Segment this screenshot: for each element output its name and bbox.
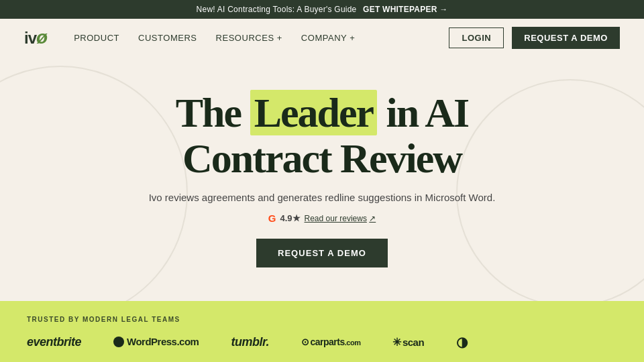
rating-score: 4.9★ — [280, 213, 300, 223]
trusted-bar: TRUSTED BY MODERN LEGAL TEAMS eventbrite… — [0, 301, 644, 362]
nav-customers[interactable]: CUSTOMERS — [138, 33, 197, 43]
g2-icon: G — [268, 213, 276, 224]
announcement-cta[interactable]: GET WHITEPAPER → — [363, 5, 447, 14]
hero-title: The Leader in AIContract Review — [176, 90, 468, 181]
read-reviews-arrow: ↗ — [369, 214, 376, 223]
hero-subtitle: Ivo reviews agreements and generates red… — [149, 192, 496, 203]
request-demo-hero-button[interactable]: REQUEST A DEMO — [256, 239, 388, 267]
brand-tumblr: tumblr. — [231, 335, 269, 349]
navbar: ivø PRODUCT CUSTOMERS RESOURCES + COMPAN… — [0, 19, 644, 56]
scan-star-icon: ✳ — [392, 336, 401, 349]
wordpress-icon — [113, 337, 124, 347]
hero-title-before: The — [176, 90, 250, 135]
read-reviews-text: Read our reviews — [305, 214, 367, 223]
nav-links: PRODUCT CUSTOMERS RESOURCES + COMPANY + — [74, 33, 449, 43]
brand-carparts: ⊙carparts.com — [301, 337, 360, 347]
trusted-label: TRUSTED BY MODERN LEGAL TEAMS — [27, 316, 617, 323]
request-demo-nav-button[interactable]: REQUEST A DEMO — [512, 27, 620, 49]
announcement-bar: New! AI Contracting Tools: A Buyer's Gui… — [0, 0, 644, 19]
carparts-icon: ⊙ — [301, 337, 309, 347]
login-button[interactable]: LOGIN — [449, 27, 504, 48]
nav-company[interactable]: COMPANY + — [301, 33, 355, 43]
logo[interactable]: ivø — [24, 27, 47, 48]
brand-wordpress: WordPress.com — [113, 336, 199, 348]
hero-title-highlight: Leader — [250, 90, 377, 135]
nav-product[interactable]: PRODUCT — [74, 33, 119, 43]
hero-section: The Leader in AIContract Review Ivo revi… — [0, 56, 644, 267]
read-reviews-link[interactable]: Read our reviews ↗ — [305, 214, 376, 223]
nav-right: LOGIN REQUEST A DEMO — [449, 27, 620, 49]
brand-scan: ✳scan — [392, 336, 424, 349]
brand-other: ◑ — [456, 334, 468, 350]
rating-row: G 4.9★ Read our reviews ↗ — [268, 213, 376, 224]
nav-resources[interactable]: RESOURCES + — [216, 33, 282, 43]
brand-logos-row: eventbrite WordPress.com tumblr. ⊙carpar… — [27, 334, 617, 350]
announcement-text: New! AI Contracting Tools: A Buyer's Gui… — [197, 5, 357, 14]
brand-eventbrite: eventbrite — [27, 335, 81, 349]
